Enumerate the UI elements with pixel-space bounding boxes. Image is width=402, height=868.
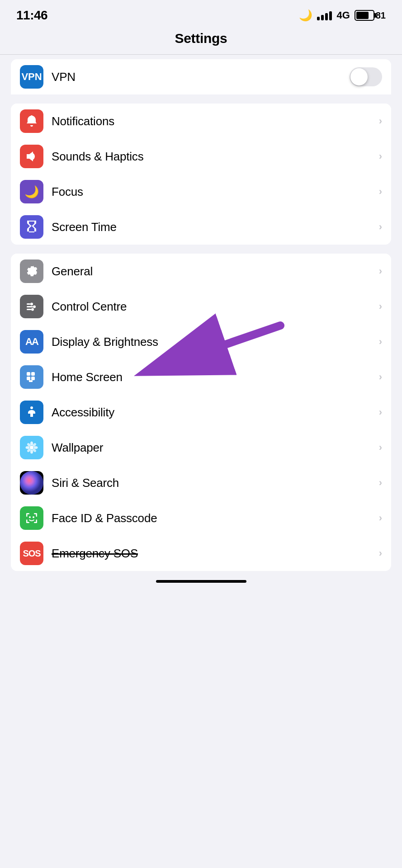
signal-bar-2: [321, 15, 324, 20]
siri-icon: [20, 471, 43, 495]
section-general: General › Control Centre ›: [11, 254, 391, 571]
flower-icon: [25, 441, 38, 454]
svg-point-31: [33, 516, 34, 518]
siri-row[interactable]: Siri & Search ›: [11, 465, 391, 500]
gear-icon: [25, 264, 38, 278]
svg-rect-1: [27, 306, 33, 307]
faceid-icon: [20, 506, 43, 530]
display-chevron: ›: [379, 336, 382, 348]
sos-row[interactable]: SOS Emergency SOS ›: [11, 536, 391, 571]
svg-point-3: [30, 303, 33, 306]
svg-point-15: [26, 446, 30, 449]
status-bar: 11:46 🌙 4G 81: [0, 0, 402, 27]
siri-orb-icon: [20, 471, 43, 495]
svg-rect-26: [26, 513, 28, 517]
control-row[interactable]: Control Centre ›: [11, 289, 391, 324]
siri-chevron: ›: [379, 477, 382, 489]
focus-chevron: ›: [379, 186, 382, 198]
sos-icon: SOS: [20, 542, 43, 565]
control-label: Control Centre: [52, 300, 375, 314]
wallpaper-row[interactable]: Wallpaper ›: [11, 430, 391, 465]
signal-bar-3: [325, 13, 328, 20]
svg-rect-2: [27, 309, 31, 310]
wallpaper-label: Wallpaper: [52, 441, 375, 455]
focus-label: Focus: [52, 185, 375, 199]
svg-point-12: [30, 446, 33, 449]
homescreen-icon: [20, 365, 43, 389]
focus-icon: 🌙: [20, 180, 43, 203]
accessibility-icon: [20, 401, 43, 424]
screentime-chevron: ›: [379, 221, 382, 233]
section-notifications: Notifications › Sounds & Haptics › 🌙 Foc…: [11, 104, 391, 245]
siri-label: Siri & Search: [52, 476, 375, 490]
svg-rect-7: [31, 372, 35, 376]
svg-rect-9: [31, 377, 35, 380]
control-chevron: ›: [379, 301, 382, 312]
page-title: Settings: [175, 31, 227, 46]
sos-label: Emergency SOS: [52, 547, 375, 561]
svg-point-4: [33, 306, 36, 308]
settings-content: VPN VPN Notifications ›: [0, 59, 402, 571]
screentime-row[interactable]: Screen Time ›: [11, 209, 391, 245]
sliders-icon: [25, 300, 38, 313]
general-row[interactable]: General ›: [11, 254, 391, 289]
toggle-thumb: [350, 68, 368, 85]
display-row[interactable]: AA Display & Brightness ›: [11, 324, 391, 359]
signal-bar-4: [329, 11, 332, 20]
vpn-icon: VPN: [20, 65, 43, 89]
hourglass-icon: [25, 220, 38, 234]
svg-rect-29: [36, 519, 38, 523]
general-icon: [20, 259, 43, 283]
svg-point-16: [34, 446, 38, 449]
notifications-icon: [20, 109, 43, 133]
signal-bar-1: [317, 17, 320, 20]
svg-rect-0: [27, 303, 30, 305]
status-icons: 🌙 4G 81: [299, 9, 386, 22]
moon-icon: 🌙: [299, 9, 312, 22]
sounds-label: Sounds & Haptics: [52, 150, 375, 164]
svg-point-5: [31, 308, 34, 311]
accessibility-row[interactable]: Accessibility ›: [11, 395, 391, 430]
focus-row[interactable]: 🌙 Focus ›: [11, 174, 391, 209]
svg-rect-6: [27, 372, 30, 376]
svg-rect-27: [36, 513, 38, 517]
speaker-icon: [25, 150, 38, 163]
homescreen-row[interactable]: Home Screen ›: [11, 359, 391, 395]
vpn-label: VPN: [52, 70, 350, 84]
vpn-row[interactable]: VPN VPN: [11, 59, 391, 94]
battery-fill: [356, 12, 369, 19]
vpn-toggle[interactable]: [350, 67, 382, 86]
svg-point-13: [30, 442, 33, 446]
svg-point-11: [30, 406, 33, 409]
homescreen-chevron: ›: [379, 371, 382, 383]
svg-rect-10: [29, 380, 33, 382]
faceid-chevron: ›: [379, 512, 382, 524]
accessibility-chevron: ›: [379, 406, 382, 418]
aa-icon: AA: [25, 336, 38, 348]
faceid-row[interactable]: Face ID & Passcode ›: [11, 500, 391, 536]
signal-bars: [317, 10, 332, 20]
vpn-section: VPN VPN: [11, 59, 391, 94]
notifications-row[interactable]: Notifications ›: [11, 104, 391, 139]
sounds-row[interactable]: Sounds & Haptics ›: [11, 139, 391, 174]
wallpaper-chevron: ›: [379, 442, 382, 453]
display-icon: AA: [20, 330, 43, 354]
sounds-icon: [20, 145, 43, 168]
homescreen-label: Home Screen: [52, 370, 375, 384]
general-label: General: [52, 264, 375, 278]
faceid-label: Face ID & Passcode: [52, 511, 375, 525]
accessibility-label: Accessibility: [52, 406, 375, 420]
sos-text-icon: SOS: [23, 548, 40, 559]
face-icon: [25, 511, 38, 525]
status-time: 11:46: [16, 8, 47, 23]
svg-point-30: [29, 516, 31, 518]
svg-rect-28: [26, 519, 28, 523]
battery-icon: [355, 10, 374, 21]
sos-chevron: ›: [379, 547, 382, 559]
moon-focus-icon: 🌙: [24, 185, 39, 199]
nav-header: Settings: [0, 27, 402, 55]
grid-icon: [25, 370, 38, 384]
screentime-icon: [20, 215, 43, 239]
battery: 81: [355, 10, 386, 21]
control-icon: [20, 295, 43, 318]
